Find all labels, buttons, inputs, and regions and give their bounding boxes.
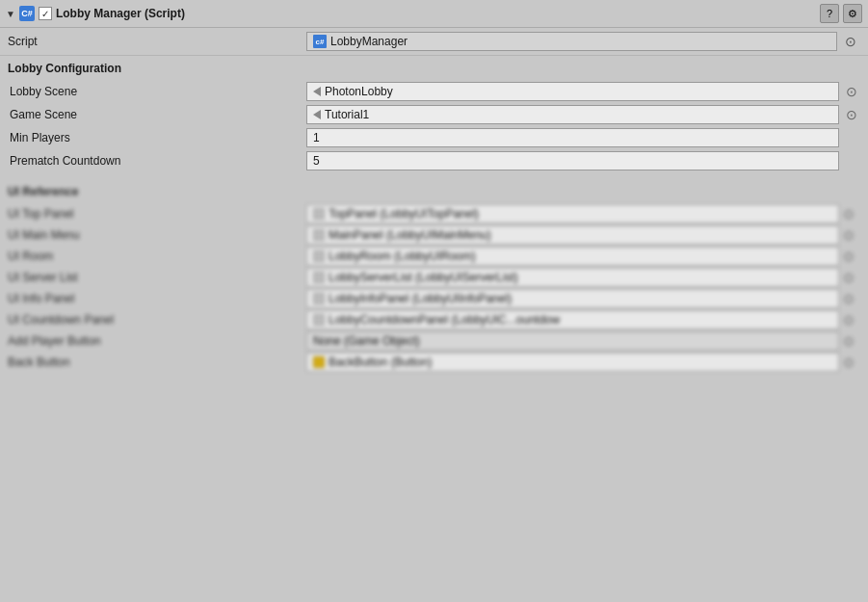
ui-top-panel-gear[interactable]: ⊙ [843,206,860,222]
back-button-label: Back Button [8,355,306,369]
settings-button[interactable]: ⚙ [843,4,862,23]
min-players-text: 1 [313,131,320,144]
ui-info-panel-label: UI Info Panel [8,292,306,305]
min-players-label: Min Players [8,131,306,144]
obj-icon [313,208,325,220]
back-button-text: BackButton (Button) [329,355,432,369]
enabled-checkbox[interactable] [39,7,52,20]
script-field[interactable]: c# LobbyManager [306,32,837,51]
ui-server-list-label: UI Server List [8,271,306,284]
add-player-button-text: None (Game Object) [313,334,420,348]
ui-countdown-panel-text: LobbyCountdownPanel (LobbyUIC...ountdow [329,313,560,327]
game-scene-input[interactable]: Tutorial1 [306,105,839,124]
ui-countdown-panel-label: UI Countdown Panel [8,313,306,327]
add-player-button-input[interactable]: None (Game Object) [306,331,839,351]
field-row-ui-room: UI Room LobbyRoom (LobbyUIRoom) ⊙ [8,247,860,266]
script-label: Script [8,35,306,48]
help-button[interactable]: ? [820,4,839,23]
ui-top-panel-value-wrap: TopPanel (LobbyUITopPanel) ⊙ [306,204,860,223]
game-scene-label: Game Scene [8,108,306,121]
field-row-lobby-scene: Lobby Scene PhotonLobby ⊙ [8,81,860,102]
ui-room-label: UI Room [8,249,306,263]
ui-server-list-gear[interactable]: ⊙ [843,270,860,285]
lobby-scene-gear[interactable]: ⊙ [843,84,860,99]
ui-top-panel-label: UI Top Panel [8,207,306,221]
ui-top-panel-text: TopPanel (LobbyUITopPanel) [329,207,479,221]
add-player-button-gear[interactable]: ⊙ [843,333,860,349]
obj-icon [313,272,325,283]
field-row-prematch-countdown: Prematch Countdown 5 ⊙ [8,150,860,171]
game-scene-value-wrap: Tutorial1 ⊙ [306,105,860,124]
inspector-panel: ▼ C# Lobby Manager (Script) ? ⚙ Script c… [0,0,868,602]
field-row-ui-info-panel: UI Info Panel LobbyInfoPanel (LobbyUIInf… [8,289,860,308]
ui-room-value-wrap: LobbyRoom (LobbyUIRoom) ⊙ [306,247,860,266]
prematch-countdown-input[interactable]: 5 [306,151,839,170]
lobby-scene-label: Lobby Scene [8,85,306,98]
ui-main-menu-text: MainPanel (LobbyUIMainMenu) [329,228,491,242]
header-icons: ? ⚙ [820,4,862,23]
component-header: ▼ C# Lobby Manager (Script) ? ⚙ [0,0,868,28]
add-player-button-value-wrap: None (Game Object) ⊙ [306,331,860,351]
lobby-scene-text: PhotonLobby [325,85,393,98]
ui-main-menu-input[interactable]: MainPanel (LobbyUIMainMenu) [306,225,839,245]
obj-icon [313,229,325,241]
obj-icon [313,356,325,368]
ui-info-panel-text: LobbyInfoPanel (LobbyUIInfoPanel) [329,292,512,305]
obj-icon [313,314,325,326]
field-row-back-button: Back Button BackButton (Button) ⊙ [8,353,860,372]
ui-info-panel-gear[interactable]: ⊙ [843,291,860,306]
back-button-value-wrap: BackButton (Button) ⊙ [306,353,860,372]
ui-info-panel-input[interactable]: LobbyInfoPanel (LobbyUIInfoPanel) [306,289,839,308]
field-row-add-player-button: Add Player Button None (Game Object) ⊙ [8,331,860,351]
field-row-ui-top-panel: UI Top Panel TopPanel (LobbyUITopPanel) … [8,204,860,223]
obj-icon [313,293,325,304]
field-row-ui-main-menu: UI Main Menu MainPanel (LobbyUIMainMenu)… [8,225,860,245]
prematch-countdown-value-wrap: 5 ⊙ [306,151,860,170]
ui-reference-title: UI Reference [8,185,860,198]
ui-room-text: LobbyRoom (LobbyUIRoom) [329,249,476,263]
field-row-ui-server-list: UI Server List LobbyServerList (LobbyUIS… [8,268,860,287]
script-cs-icon: c# [313,35,327,48]
field-row-min-players: Min Players 1 ⊙ [8,127,860,148]
add-player-button-label: Add Player Button [8,334,306,348]
prematch-countdown-text: 5 [313,154,320,168]
script-row: Script c# LobbyManager ⊙ [0,28,868,56]
ui-room-input[interactable]: LobbyRoom (LobbyUIRoom) [306,247,839,266]
cs-icon: C# [19,6,35,21]
scene-arrow-icon [313,87,321,96]
lobby-config-title: Lobby Configuration [8,62,860,75]
component-title: Lobby Manager (Script) [56,7,816,20]
ui-main-menu-value-wrap: MainPanel (LobbyUIMainMenu) ⊙ [306,225,860,245]
collapse-arrow[interactable]: ▼ [6,9,15,19]
field-row-game-scene: Game Scene Tutorial1 ⊙ [8,104,860,125]
ui-countdown-panel-gear[interactable]: ⊙ [843,312,860,327]
lobby-scene-input[interactable]: PhotonLobby [306,82,839,101]
lobby-config-section: Lobby Configuration Lobby Scene PhotonLo… [0,56,868,179]
lobby-scene-value-wrap: PhotonLobby ⊙ [306,82,860,101]
ui-server-list-value-wrap: LobbyServerList (LobbyUIServerList) ⊙ [306,268,860,287]
ui-room-gear[interactable]: ⊙ [843,249,860,264]
ui-server-list-input[interactable]: LobbyServerList (LobbyUIServerList) [306,268,839,287]
script-settings-icon[interactable]: ⊙ [841,32,860,51]
ui-countdown-panel-value-wrap: LobbyCountdownPanel (LobbyUIC...ountdow … [306,310,860,329]
ui-reference-section: UI Reference UI Top Panel TopPanel (Lobb… [0,179,868,380]
script-name: LobbyManager [330,35,408,48]
min-players-input[interactable]: 1 [306,128,839,147]
ui-main-menu-label: UI Main Menu [8,228,306,242]
ui-countdown-panel-input[interactable]: LobbyCountdownPanel (LobbyUIC...ountdow [306,310,839,329]
game-scene-arrow-icon [313,110,321,119]
min-players-value-wrap: 1 ⊙ [306,128,860,147]
game-scene-text: Tutorial1 [325,108,369,121]
game-scene-gear[interactable]: ⊙ [843,107,860,122]
back-button-gear[interactable]: ⊙ [843,354,860,370]
ui-server-list-text: LobbyServerList (LobbyUIServerList) [329,271,518,284]
back-button-input[interactable]: BackButton (Button) [306,353,839,372]
prematch-countdown-label: Prematch Countdown [8,154,306,168]
ui-top-panel-input[interactable]: TopPanel (LobbyUITopPanel) [306,204,839,223]
field-row-ui-countdown-panel: UI Countdown Panel LobbyCountdownPanel (… [8,310,860,329]
ui-main-menu-gear[interactable]: ⊙ [843,227,860,243]
obj-icon [313,250,325,262]
ui-info-panel-value-wrap: LobbyInfoPanel (LobbyUIInfoPanel) ⊙ [306,289,860,308]
